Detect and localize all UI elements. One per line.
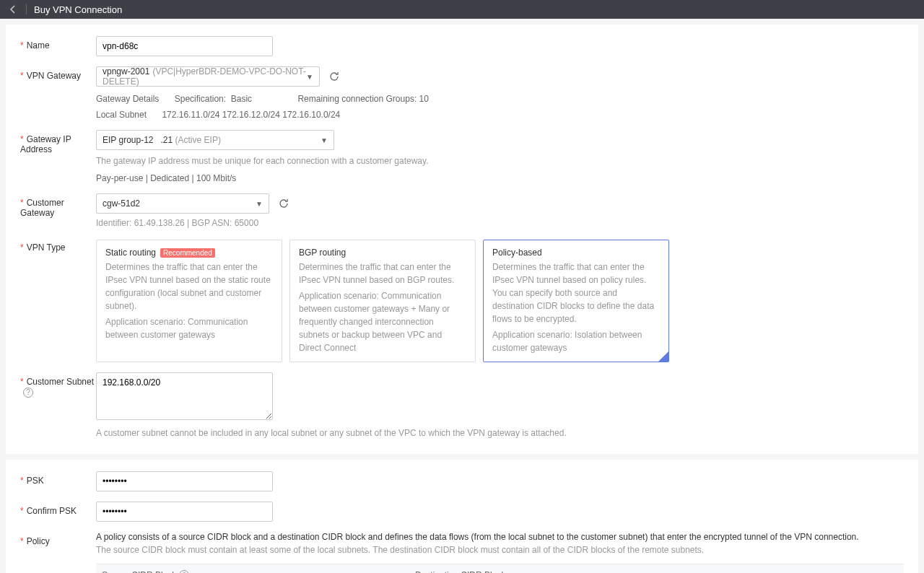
- label-vpn-gateway: *VPN Gateway: [20, 66, 96, 81]
- chevron-down-icon: ▼: [306, 73, 313, 81]
- gateway-ip-select[interactable]: EIP group-12 .21 (Active EIP) ▼: [96, 130, 334, 150]
- customer-subnet-hint: A customer subnet cannot be included in …: [96, 428, 904, 438]
- chevron-down-icon: ▼: [321, 136, 328, 144]
- help-icon[interactable]: ?: [179, 570, 189, 573]
- panel-connection: *Name *VPN Gateway vpngw-2001(VPC|HyperB…: [6, 25, 918, 454]
- name-input[interactable]: [96, 36, 273, 56]
- label-customer-subnet: *Customer Subnet ?: [20, 372, 96, 398]
- customer-gateway-select[interactable]: cgw-51d2 ▼: [96, 193, 269, 214]
- chevron-left-icon: [10, 5, 16, 14]
- panel-psk-policy: *PSK *Confirm PSK *Policy A policy consi…: [6, 460, 918, 573]
- confirm-psk-input[interactable]: [96, 502, 273, 522]
- label-psk: *PSK: [20, 471, 96, 486]
- customer-subnet-input[interactable]: 192.168.0.0/20: [96, 372, 273, 420]
- help-icon[interactable]: ?: [23, 388, 33, 398]
- label-policy: *Policy: [20, 532, 96, 546]
- label-customer-gateway: *Customer Gateway: [20, 193, 96, 218]
- gateway-ip-hint: The gateway IP address must be unique fo…: [96, 156, 904, 166]
- label-confirm-psk: *Confirm PSK: [20, 502, 96, 516]
- vpn-type-bgp[interactable]: BGP routing Determines the traffic that …: [289, 240, 476, 362]
- page-title: Buy VPN Connection: [34, 4, 122, 15]
- refresh-icon: [329, 71, 339, 82]
- policy-table-header: Source CIDR Block? Destination CIDR Bloc…: [96, 564, 904, 573]
- label-gateway-ip: *Gateway IP Address: [20, 130, 96, 154]
- refresh-customer-gateway[interactable]: [276, 196, 291, 211]
- customer-gateway-identifier: Identifier: 61.49.138.26 | BGP ASN: 6500…: [96, 218, 904, 228]
- policy-desc: A policy consists of a source CIDR block…: [96, 532, 904, 542]
- chevron-down-icon: ▼: [256, 200, 263, 208]
- page-header: Buy VPN Connection: [0, 0, 924, 19]
- label-name: *Name: [20, 36, 96, 51]
- vpn-type-cards: Static routingRecommended Determines the…: [96, 240, 904, 362]
- recommended-badge: Recommended: [160, 248, 215, 258]
- policy-hint: The source CIDR block must contain at le…: [96, 545, 904, 555]
- vpn-type-policy[interactable]: Policy-based Determines the traffic that…: [483, 240, 669, 362]
- refresh-vpn-gateway[interactable]: [327, 69, 341, 84]
- gateway-ip-billing: Pay-per-use | Dedicated | 100 Mbit/s: [96, 173, 904, 183]
- refresh-icon: [279, 198, 289, 209]
- vpn-type-static[interactable]: Static routingRecommended Determines the…: [96, 240, 282, 362]
- local-subnet-line: Local Subnet 172.16.11.0/24 172.16.12.0/…: [96, 110, 904, 120]
- gateway-details-line: Gateway Details Specification: Basic Rem…: [96, 94, 904, 104]
- vpn-gateway-select[interactable]: vpngw-2001(VPC|HyperBDR-DEMO-VPC-DO-NOT-…: [96, 66, 320, 87]
- label-vpn-type: *VPN Type: [20, 238, 96, 253]
- psk-input[interactable]: [96, 471, 273, 491]
- header-divider: [26, 4, 27, 14]
- back-button[interactable]: [7, 4, 19, 15]
